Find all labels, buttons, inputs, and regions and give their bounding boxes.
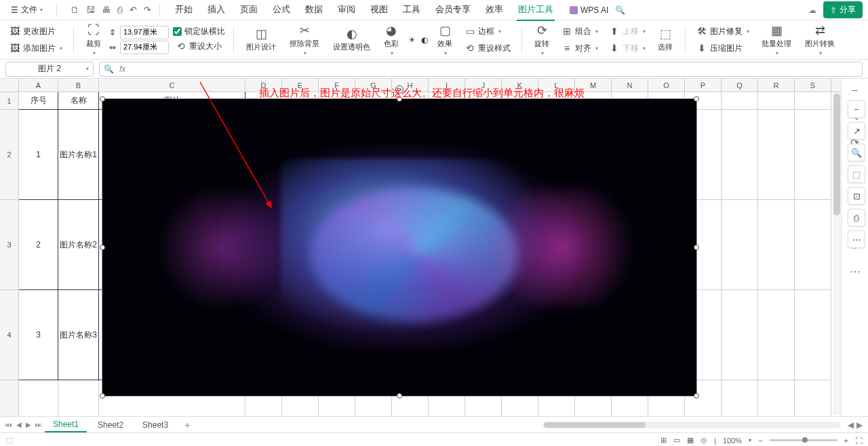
pic-repair-button[interactable]: 🛠图片修复 <box>694 24 752 39</box>
tab-review[interactable]: 审阅 <box>336 0 357 21</box>
col-header-B[interactable]: B <box>58 79 99 92</box>
row-header-2[interactable]: 2 <box>0 110 19 200</box>
cell-Q5[interactable] <box>722 380 758 416</box>
picture-design-button[interactable]: ◫图片设计 <box>242 26 280 54</box>
batch-button[interactable]: ▦批量处理 <box>757 22 795 58</box>
redo-icon[interactable]: ↷ <box>144 5 151 15</box>
nav-first[interactable]: ⏮ <box>5 421 12 428</box>
brightness-icon[interactable]: ☀ <box>408 35 416 45</box>
hscroll-thumb[interactable] <box>544 422 646 428</box>
cell-Q4[interactable] <box>722 290 758 380</box>
undo-icon[interactable]: ↶ <box>130 5 137 15</box>
float-more[interactable]: ⋯ <box>848 230 865 248</box>
sheet-tab-3[interactable]: Sheet3 <box>134 418 176 432</box>
cell-R5[interactable] <box>758 380 795 416</box>
select-all-corner[interactable] <box>0 79 19 92</box>
cell-S2[interactable] <box>795 110 831 200</box>
nav-next[interactable]: ▶ <box>26 421 31 428</box>
cell-B2[interactable]: 图片名称1 <box>58 110 99 200</box>
row-header-3[interactable]: 3 <box>0 200 19 290</box>
cell-R1[interactable] <box>758 92 795 110</box>
tab-formula[interactable]: 公式 <box>271 0 292 21</box>
border-button[interactable]: ▭边框 <box>462 24 513 39</box>
cell-S3[interactable] <box>795 200 831 290</box>
move-up-button[interactable]: ⬆上移 <box>606 24 648 39</box>
lock-ratio-checkbox[interactable]: 锁定纵横比 <box>173 26 225 37</box>
tab-picture-tools[interactable]: 图片工具 <box>517 0 555 21</box>
tab-tools[interactable]: 工具 <box>401 0 422 21</box>
add-image-button[interactable]: 🖼添加图片 <box>7 41 65 56</box>
name-box[interactable]: 图片 2 <box>5 62 94 77</box>
share-button[interactable]: ⇪ 分享 <box>823 1 863 18</box>
col-header-R[interactable]: R <box>758 79 795 92</box>
cell-A5[interactable] <box>19 380 58 416</box>
new-icon[interactable]: 🗋 <box>71 5 79 15</box>
resize-handle-bl[interactable] <box>100 393 105 399</box>
crop-button[interactable]: ⛶裁剪 <box>82 22 105 58</box>
width-input[interactable] <box>120 41 169 54</box>
float-minus[interactable]: − <box>848 100 865 118</box>
cell-B3[interactable]: 图片名称2 <box>58 200 99 290</box>
sheet-tab-2[interactable]: Sheet2 <box>90 418 132 432</box>
zoom-slider[interactable] <box>770 439 837 441</box>
print-icon[interactable]: 🖶 <box>102 5 111 15</box>
tab-data[interactable]: 数据 <box>304 0 324 21</box>
reset-style-button[interactable]: ⟲重设样式 <box>462 41 513 56</box>
col-header-O[interactable]: O <box>648 79 685 92</box>
col-header-P[interactable]: P <box>685 79 722 92</box>
search-fx-icon[interactable]: 🔍 <box>104 64 114 74</box>
vscroll-thumb[interactable] <box>833 94 840 216</box>
change-image-button[interactable]: 🖼更改图片 <box>7 24 65 39</box>
view-grid-icon[interactable]: ▦ <box>687 436 694 445</box>
view-focus-icon[interactable]: ◎ <box>701 436 707 445</box>
float-crop[interactable]: ⬚ <box>848 165 865 183</box>
float-expand[interactable]: ↗ <box>848 122 865 140</box>
hscroll-right[interactable]: ▶ <box>856 420 863 430</box>
cell-A1[interactable]: 序号 <box>19 92 58 110</box>
file-menu[interactable]: ☰ 文件 ▾ <box>5 2 48 18</box>
cell-R3[interactable] <box>758 200 795 290</box>
pic-convert-button[interactable]: ⇄图片转换 <box>801 22 839 58</box>
float-zoom[interactable]: 🔍 <box>848 144 865 161</box>
col-header-N[interactable]: N <box>612 79 648 92</box>
save-icon[interactable]: 🖫 <box>86 5 95 15</box>
effect-button[interactable]: ▢效果 <box>433 22 456 58</box>
compress-pic-button[interactable]: ⬇压缩图片 <box>694 41 752 56</box>
cell-B5[interactable] <box>58 380 99 416</box>
tab-view[interactable]: 视图 <box>369 0 389 21</box>
cell-B1[interactable]: 名称 <box>58 92 99 110</box>
inserted-image[interactable]: ⟳ <box>102 98 697 397</box>
height-input[interactable] <box>120 26 169 39</box>
set-transparent-button[interactable]: ◐设置透明色 <box>329 26 374 54</box>
zoom-in-button[interactable]: + <box>844 437 848 445</box>
cell-S1[interactable] <box>795 92 831 110</box>
formula-bar[interactable]: 🔍 fx <box>99 62 863 77</box>
align-button[interactable]: ≡对齐 <box>559 41 601 56</box>
tab-member[interactable]: 会员专享 <box>434 0 472 21</box>
cell-R2[interactable] <box>758 110 795 200</box>
tab-start[interactable]: 开始 <box>174 0 194 21</box>
cell-A3[interactable]: 2 <box>19 200 58 290</box>
rotate-button[interactable]: ⟳旋转 <box>530 22 553 58</box>
view-normal-icon[interactable]: ⊞ <box>660 436 667 445</box>
fullscreen-icon[interactable]: ⛶ <box>855 437 863 445</box>
resize-handle-tl[interactable] <box>100 96 105 102</box>
sheet-tab-1[interactable]: Sheet1 <box>45 418 87 432</box>
combine-button[interactable]: ⊞组合 <box>559 24 601 39</box>
float-fit[interactable]: ⊡ <box>848 187 865 205</box>
color-button[interactable]: ◕色彩 <box>380 22 403 58</box>
reset-size-button[interactable]: ⟲重设大小 <box>173 39 225 54</box>
resize-handle-ml[interactable] <box>100 245 105 250</box>
sb-collapse[interactable]: − <box>848 84 862 98</box>
cell-S4[interactable] <box>795 290 831 380</box>
print-preview-icon[interactable]: ⎙ <box>117 5 123 15</box>
cell-Q3[interactable] <box>722 200 758 290</box>
fx-icon[interactable]: fx <box>119 64 125 74</box>
tab-efficiency[interactable]: 效率 <box>484 0 505 21</box>
row-header-4[interactable]: 4 <box>0 290 19 380</box>
zoom-dropdown-icon[interactable]: ▾ <box>749 437 751 443</box>
resize-handle-br[interactable] <box>694 393 699 399</box>
vertical-scrollbar[interactable] <box>833 92 841 415</box>
hscroll-left[interactable]: ◀ <box>848 420 854 430</box>
float-save[interactable]: ⎙ <box>848 209 865 226</box>
